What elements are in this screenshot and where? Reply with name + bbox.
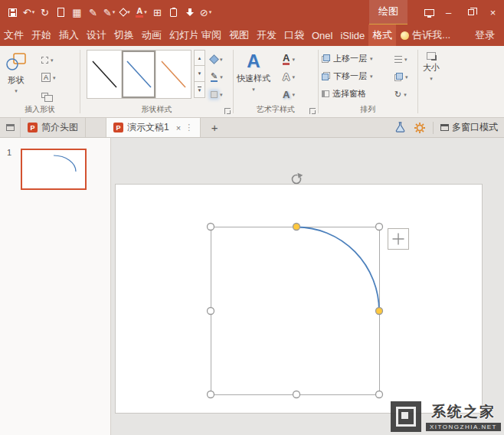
adjust-handle-arc-end[interactable] [376, 308, 383, 315]
line-style-orange[interactable] [156, 51, 191, 98]
caret-down-icon: ▾ [370, 56, 373, 61]
tab-view[interactable]: 视图 [225, 25, 253, 46]
blue-line-swatch [122, 51, 156, 98]
save-icon[interactable] [5, 3, 21, 21]
tab-onel[interactable]: Onel [308, 25, 336, 46]
slide-thumbnail-1[interactable] [21, 149, 87, 190]
window-list-icon[interactable] [0, 118, 20, 137]
pencil-icon[interactable]: ✎ [85, 3, 101, 21]
plus-button[interactable] [388, 229, 409, 250]
paint-bucket-icon[interactable]: ▾ [117, 3, 133, 21]
watermark-maze-glyph [396, 407, 416, 427]
gear-icon[interactable] [414, 122, 426, 134]
edit-shape-icon[interactable]: ▾ [41, 53, 56, 67]
resize-handle-bottom-center[interactable] [293, 391, 300, 398]
slideshow-icon[interactable] [421, 3, 437, 21]
undo-glyph: ↶ [23, 7, 31, 18]
table-icon[interactable]: ▦ [69, 3, 85, 21]
caret-down-icon: ▾ [113, 9, 116, 15]
arrange-mini-buttons: ▾ ▾ ↻▾ [394, 52, 408, 101]
arc-shape[interactable] [296, 227, 379, 312]
tab-design[interactable]: 设计 [83, 25, 110, 46]
text-effects-icon[interactable]: A▾ [283, 87, 295, 101]
align-icon[interactable]: ▾ [394, 52, 408, 66]
dialog-launcher-icon[interactable] [224, 108, 231, 114]
align-glyph [394, 56, 402, 63]
text-box-icon[interactable]: A▾ [41, 70, 56, 84]
quick-styles-label: 快速样式 [237, 73, 270, 84]
gallery-more-icon[interactable]: ▼ [194, 82, 205, 98]
borders-icon[interactable]: ⊞ [149, 3, 165, 21]
undo-icon[interactable]: ↶▾ [21, 3, 37, 21]
rotation-handle[interactable] [293, 173, 303, 184]
group-label-wordart: 艺术字样式 [234, 104, 318, 115]
tab-home[interactable]: 开始 [28, 25, 55, 46]
redo-icon[interactable]: ↻ [37, 3, 53, 21]
document-tab-bar: P 简介头图 P 演示文稿1 × ⋮ + 多窗口模式 [0, 118, 504, 138]
close-tab-icon[interactable]: × [176, 123, 181, 132]
quick-styles-button[interactable]: A 快速样式 ▾ [237, 49, 270, 92]
text-fill-icon[interactable]: A▾ [283, 52, 295, 66]
tab-format-active[interactable]: 格式 [368, 25, 396, 46]
tab-transitions[interactable]: 切换 [110, 25, 138, 46]
clipboard-icon[interactable] [165, 3, 182, 21]
group-objects-icon[interactable]: ▾ [394, 70, 408, 83]
compass-icon[interactable]: ⊘▾ [198, 3, 214, 21]
resize-handle-middle-left[interactable] [208, 308, 214, 315]
sign-in-button[interactable]: 登录 [466, 25, 504, 46]
insert-shapes-small-buttons: ▾ A▾ [41, 53, 56, 102]
shape-effects-icon[interactable]: ▾ [211, 87, 223, 101]
tab-file[interactable]: 文件 [0, 25, 28, 46]
resize-handle-bottom-left[interactable] [208, 391, 214, 398]
tab-developer[interactable]: 开发 [253, 25, 280, 46]
watermark: 系统之家 XITONGZHIA.NET [391, 401, 501, 432]
line-style-blue-selected[interactable] [122, 51, 156, 98]
font-color-icon[interactable]: A▾ [133, 3, 149, 21]
tell-me-label: 告诉我... [412, 28, 450, 42]
pen-icon[interactable]: ✎▾ [101, 3, 117, 21]
minimize-button[interactable]: – [437, 0, 460, 25]
resize-handle-top-right[interactable] [376, 224, 383, 231]
document-tab-active[interactable]: P 演示文稿1 × ⋮ [106, 118, 201, 137]
rotate-glyph: ↻ [394, 90, 401, 99]
caret-down-icon: ▾ [32, 9, 35, 15]
more-glyph: ▼ [198, 87, 202, 93]
size-button[interactable]: 大小 ▾ [423, 49, 440, 81]
dialog-launcher-icon[interactable] [309, 108, 316, 114]
restore-button[interactable] [460, 0, 482, 25]
tab-pocket[interactable]: 口袋 [280, 25, 308, 46]
tab-slideshow[interactable]: 幻灯片 [165, 25, 198, 46]
lightbulb-icon [401, 31, 409, 40]
multi-window-mode-button[interactable]: 多窗口模式 [440, 121, 498, 134]
selection-pane-button[interactable]: 选择窗格 [322, 86, 373, 102]
tab-animations[interactable]: 动画 [138, 25, 165, 46]
document-tab-intro[interactable]: P 简介头图 [20, 118, 86, 137]
tab-islide[interactable]: iSlide [336, 25, 368, 46]
new-tab-button[interactable]: + [205, 118, 224, 137]
tab-insert[interactable]: 插入 [55, 25, 83, 46]
gallery-up-icon[interactable]: ▲ [194, 50, 205, 66]
bring-forward-button[interactable]: 上移一层▾ [322, 51, 373, 67]
line-style-black[interactable] [87, 51, 122, 98]
tab-review[interactable]: 审阅 [198, 25, 225, 46]
tab-menu-icon[interactable]: ⋮ [185, 123, 193, 132]
shape-fill-icon[interactable]: ▾ [211, 52, 223, 66]
contextual-tab-drawing-tools[interactable]: 绘图 [369, 0, 407, 25]
new-file-icon[interactable] [53, 3, 69, 21]
adjust-handle-arc-start[interactable] [293, 224, 300, 231]
lab-flask-icon[interactable] [394, 121, 407, 134]
rotate-icon[interactable]: ↻▾ [394, 87, 408, 101]
shape-outline-icon[interactable]: ✎▾ [211, 70, 223, 83]
powerpoint-window: ↶▾ ↻ ▦ ✎ ✎▾ ▾ A▾ ⊞ ⊘▾ 绘图 – × 文件 开始 插入 设计… [0, 0, 504, 435]
close-button[interactable]: × [482, 0, 504, 25]
gallery-down-icon[interactable]: ▼ [194, 66, 205, 82]
format-painter-icon[interactable] [182, 3, 198, 21]
resize-handle-bottom-right[interactable] [376, 391, 383, 398]
shapes-button[interactable]: 形状 ▾ [5, 49, 28, 93]
merge-shapes-icon[interactable] [41, 88, 56, 102]
resize-handle-top-left[interactable] [208, 224, 214, 231]
text-outline-icon[interactable]: A▾ [283, 70, 295, 83]
tab-bar-right-tools: 多窗口模式 [394, 118, 504, 137]
tell-me-box[interactable]: 告诉我... [396, 25, 455, 46]
send-backward-button[interactable]: 下移一层▾ [322, 68, 373, 84]
